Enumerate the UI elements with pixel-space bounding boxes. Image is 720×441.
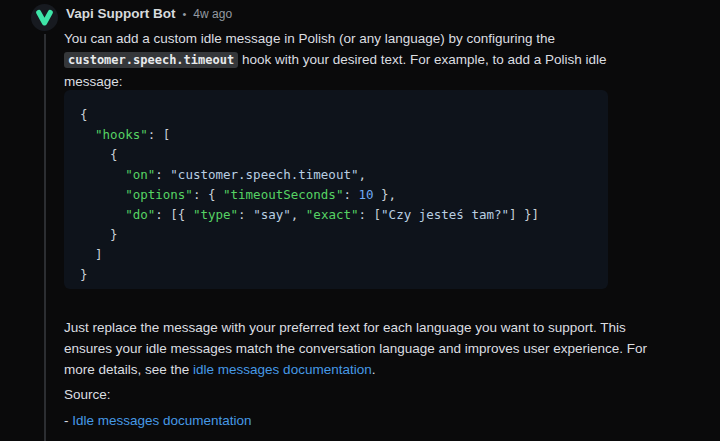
bot-avatar[interactable] [31, 4, 58, 31]
code-block-json: { "hooks": [ { "on": "customer.speech.ti… [64, 90, 608, 289]
source-bullet: - [64, 413, 72, 428]
intro-text-before: You can add a custom idle message in Pol… [64, 31, 555, 46]
thread-line [44, 34, 46, 441]
code-line: { [80, 105, 592, 125]
bot-username[interactable]: Vapi Support Bot [66, 6, 176, 21]
message-timestamp: 4w ago [193, 7, 232, 21]
paragraph-explanation: Just replace the message with your prefe… [64, 317, 664, 380]
message-view: Vapi Support Bot • 4w ago You can add a … [0, 0, 720, 441]
source-doc-link[interactable]: Idle messages documentation [72, 413, 251, 428]
explanation-text-after: . [372, 362, 376, 377]
code-line: { [80, 145, 592, 165]
code-line: "do": [{ "type": "say", "exact": ["Czy j… [80, 205, 592, 225]
code-line: ] [80, 245, 592, 265]
meta-separator: • [183, 8, 187, 20]
paragraph-intro: You can add a custom idle message in Pol… [64, 28, 626, 92]
code-line: "on": "customer.speech.timeout", [80, 165, 592, 185]
code-line: "options": { "timeoutSeconds": 10 }, [80, 185, 592, 205]
idle-messages-doc-link[interactable]: idle messages documentation [193, 362, 372, 377]
inline-code-hook: customer.speech.timeout [64, 52, 238, 68]
code-line: } [80, 265, 592, 285]
source-link-row: - Idle messages documentation [64, 410, 252, 431]
source-label: Source: [64, 384, 111, 405]
code-line: "hooks": [ [80, 125, 592, 145]
vapi-v-logo-icon [35, 8, 54, 27]
code-line: } [80, 225, 592, 245]
message-header: Vapi Support Bot • 4w ago [66, 6, 232, 21]
